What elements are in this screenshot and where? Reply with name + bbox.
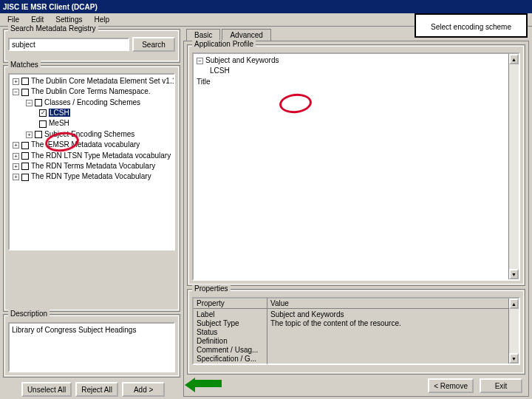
- expand-icon[interactable]: +: [13, 174, 19, 180]
- right-panel: Basic Advanced Application Profile −Subj…: [183, 27, 532, 399]
- search-button[interactable]: Search: [132, 37, 175, 52]
- checkbox[interactable]: [21, 89, 29, 96]
- annotation-callout: Select encoding scheme: [415, 13, 528, 38]
- menu-help[interactable]: Help: [89, 15, 116, 24]
- tab-advanced[interactable]: Advanced: [222, 29, 270, 41]
- search-group-title: Search Metadata Registry: [8, 24, 98, 33]
- tree-node[interactable]: +Subject Encoding Schemes: [24, 129, 172, 140]
- scroll-down-icon[interactable]: ▼: [509, 269, 519, 279]
- menu-edit[interactable]: Edit: [25, 15, 50, 24]
- tree-label: LCSH: [210, 67, 230, 75]
- scrollbar-vertical[interactable]: ▲ ▼: [508, 54, 519, 279]
- tree-node[interactable]: −Classes / Encoding Schemes LCSH MeSH: [24, 98, 172, 129]
- prop-value: The topic of the content of the resource…: [270, 319, 516, 328]
- scroll-up-icon[interactable]: ▲: [509, 54, 519, 64]
- tree-node[interactable]: −The Dublin Core Terms Namespace. −Class…: [11, 86, 172, 140]
- scroll-down-icon[interactable]: ▼: [509, 353, 519, 364]
- reject-all-button[interactable]: Reject All: [75, 382, 118, 397]
- workspace: Search Metadata Registry Search Matches …: [0, 27, 532, 399]
- collapse-icon[interactable]: −: [13, 89, 19, 95]
- app-profile-group: Application Profile −Subject and Keyword…: [187, 44, 525, 286]
- left-button-row: Unselect All Reject All Add >: [3, 380, 180, 397]
- checkbox[interactable]: [21, 174, 29, 181]
- prop-row: Comment / Usag...: [197, 346, 264, 355]
- app-profile-tree[interactable]: −Subject and Keywords LCSH Title ▲ ▼: [192, 52, 520, 281]
- tree-label: Title: [197, 78, 211, 86]
- expand-icon[interactable]: +: [13, 153, 19, 160]
- prop-row: Status: [197, 328, 264, 337]
- tab-basic[interactable]: Basic: [186, 29, 220, 41]
- properties-header-property: Property: [194, 299, 267, 309]
- tree-label: The Dublin Core Terms Namespace.: [31, 88, 151, 96]
- checkbox[interactable]: [35, 131, 42, 138]
- properties-group: Properties Property Label Subject Type S…: [187, 289, 525, 375]
- menu-settings[interactable]: Settings: [50, 15, 88, 24]
- left-panel: Search Metadata Registry Search Matches …: [0, 27, 183, 399]
- app-profile-title: Application Profile: [192, 40, 256, 48]
- scroll-up-icon[interactable]: ▲: [509, 299, 519, 309]
- scroll-track[interactable]: [509, 64, 519, 269]
- remove-button[interactable]: < Remove: [428, 378, 474, 393]
- scrollbar-vertical[interactable]: ▲ ▼: [508, 299, 519, 364]
- prop-row: Obligation: [197, 364, 264, 365]
- unselect-all-button[interactable]: Unselect All: [21, 382, 72, 397]
- checkbox[interactable]: [21, 163, 29, 170]
- annotation-text: Select encoding scheme: [431, 23, 511, 31]
- add-button[interactable]: Add >: [122, 382, 165, 397]
- checkbox-checked[interactable]: [39, 109, 47, 117]
- description-group-title: Description: [8, 310, 50, 318]
- tree-node[interactable]: MeSH: [38, 118, 172, 129]
- tree-label: MeSH: [49, 120, 69, 128]
- checkbox[interactable]: [21, 152, 29, 160]
- scroll-track[interactable]: [509, 309, 519, 353]
- tree-node[interactable]: +The IEMSR Metadata vocabulary: [11, 140, 172, 150]
- tree-node[interactable]: LCSH: [208, 66, 517, 76]
- properties-group-title: Properties: [192, 284, 231, 293]
- prop-row: Subject Type: [197, 319, 264, 328]
- properties-key-column: Property Label Subject Type Status Defin…: [192, 297, 267, 365]
- tree-node[interactable]: +The RDN LTSN Type Metadata vocabulary: [11, 151, 172, 161]
- description-group: Description Library of Congress Subject …: [3, 314, 180, 378]
- exit-button[interactable]: Exit: [480, 378, 522, 393]
- prop-row: Specification / G...: [197, 355, 264, 364]
- tree-node[interactable]: +The Dublin Core Metadata Element Set v1…: [11, 76, 172, 86]
- tree-label: Subject Encoding Schemes: [44, 130, 134, 138]
- tree-node[interactable]: +The RDN Type Metadata Vocabulary: [11, 171, 172, 182]
- prop-value: Subject and Keywords: [270, 310, 516, 319]
- tree-label: The RDN LTSN Type Metadata vocabulary: [31, 151, 171, 160]
- window-title: JISC IE MSR Client (DCAP): [3, 3, 98, 11]
- menu-file[interactable]: File: [1, 15, 25, 24]
- checkbox[interactable]: [39, 120, 47, 128]
- title-bar: JISC IE MSR Client (DCAP): [0, 0, 532, 13]
- expand-icon[interactable]: +: [13, 163, 19, 170]
- description-text: Library of Congress Subject Headings: [8, 322, 175, 372]
- tree-node[interactable]: −Subject and Keywords LCSH: [195, 55, 517, 77]
- tree-node[interactable]: Title: [195, 77, 517, 87]
- prop-row: Label: [197, 310, 264, 319]
- matches-group: Matches +The Dublin Core Metadata Elemen…: [3, 65, 180, 312]
- tree-label: Subject and Keywords: [205, 56, 279, 64]
- expand-icon[interactable]: +: [13, 142, 19, 149]
- right-button-row: < Remove Exit: [187, 375, 525, 393]
- tree-node[interactable]: LCSH: [38, 108, 172, 118]
- prop-row: Definition: [197, 337, 264, 346]
- collapse-icon[interactable]: −: [26, 100, 33, 106]
- tree-node[interactable]: +The RDN Terms Metadata Vocabulary: [11, 161, 172, 171]
- arrow-shaft: [195, 380, 222, 387]
- checkbox[interactable]: [21, 78, 29, 85]
- collapse-icon[interactable]: −: [197, 58, 203, 64]
- tree-label: The RDN Terms Metadata Vocabulary: [31, 162, 155, 170]
- matches-tree[interactable]: +The Dublin Core Metadata Element Set v1…: [8, 73, 175, 250]
- search-input[interactable]: [8, 38, 129, 51]
- arrow-head-icon: [185, 378, 195, 392]
- expand-icon[interactable]: +: [26, 132, 33, 138]
- properties-grid: Property Label Subject Type Status Defin…: [192, 297, 520, 365]
- tree-label-selected: LCSH: [49, 109, 70, 117]
- tree-label: The IEMSR Metadata vocabulary: [31, 141, 140, 149]
- checkbox[interactable]: [21, 142, 29, 149]
- tree-label: The Dublin Core Metadata Element Set v1.…: [31, 77, 175, 85]
- tree-label: The RDN Type Metadata Vocabulary: [31, 173, 151, 181]
- expand-icon[interactable]: +: [13, 78, 19, 85]
- annotation-arrow: [186, 378, 222, 389]
- checkbox[interactable]: [35, 99, 42, 106]
